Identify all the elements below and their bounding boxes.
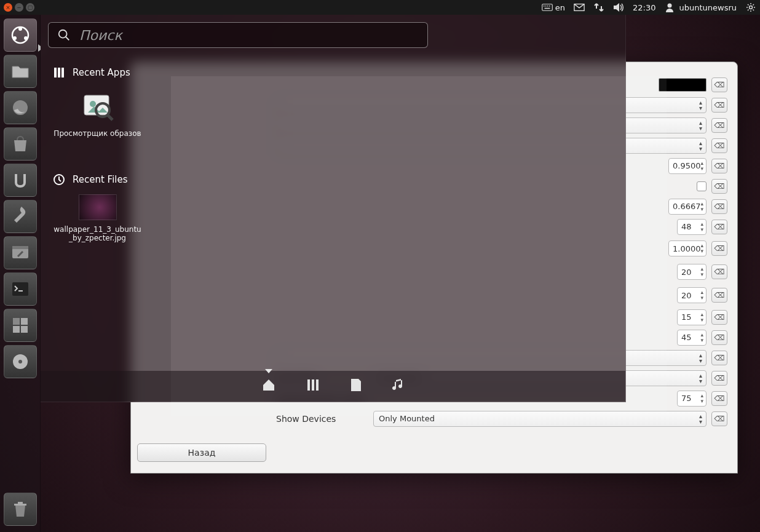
user-icon bbox=[664, 2, 675, 12]
panel-indicators: en 22:30 ubuntunewsru bbox=[542, 2, 756, 12]
terminal-icon bbox=[10, 279, 30, 299]
spin-input[interactable]: 1.0000▴▾ bbox=[668, 240, 707, 256]
svg-point-11 bbox=[13, 36, 17, 40]
launcher-settings[interactable] bbox=[4, 200, 37, 233]
launcher-unity[interactable] bbox=[4, 164, 37, 197]
lens-home[interactable] bbox=[261, 378, 276, 395]
dash: Поиск Recent Apps Просмотрщик образов Re… bbox=[41, 15, 626, 402]
keyboard-indicator[interactable]: en bbox=[542, 2, 565, 12]
app-tile-image-viewer[interactable]: Просмотрщик образов bbox=[53, 87, 142, 138]
close-button[interactable]: × bbox=[4, 3, 12, 12]
lens-applications[interactable] bbox=[306, 378, 320, 395]
reset-button[interactable]: ⌫ bbox=[711, 371, 727, 386]
reset-button[interactable]: ⌫ bbox=[711, 77, 727, 92]
checkbox[interactable] bbox=[697, 181, 707, 191]
spin-input[interactable]: 15▴▾ bbox=[677, 309, 707, 325]
launcher-software-center[interactable] bbox=[4, 127, 37, 161]
mail-icon[interactable] bbox=[574, 2, 585, 12]
volume-icon[interactable] bbox=[613, 2, 624, 12]
svg-rect-0 bbox=[542, 4, 552, 11]
workspace-icon bbox=[10, 316, 30, 335]
recent-apps-header: Recent Apps bbox=[53, 66, 142, 79]
svg-rect-20 bbox=[21, 326, 28, 333]
reset-button[interactable]: ⌫ bbox=[711, 288, 727, 303]
svg-rect-34 bbox=[312, 379, 314, 391]
svg-rect-35 bbox=[316, 379, 319, 391]
music-icon bbox=[392, 378, 405, 392]
search-placeholder: Поиск bbox=[79, 28, 122, 43]
reset-button[interactable]: ⌫ bbox=[711, 118, 727, 133]
reset-button[interactable]: ⌫ bbox=[711, 179, 727, 194]
spin-input[interactable]: 48▴▾ bbox=[677, 219, 707, 235]
reset-button[interactable]: ⌫ bbox=[711, 159, 727, 173]
disc-icon bbox=[10, 352, 30, 371]
svg-rect-5 bbox=[544, 8, 550, 9]
window-controls: × − ▢ bbox=[4, 3, 34, 12]
reset-button[interactable]: ⌫ bbox=[711, 199, 727, 214]
recent-apps-section: Recent Apps Просмотрщик образов bbox=[53, 66, 142, 138]
svg-rect-4 bbox=[549, 6, 550, 7]
spin-input[interactable]: 20▴▾ bbox=[677, 287, 707, 303]
file-icon bbox=[350, 378, 362, 392]
reset-button[interactable]: ⌫ bbox=[711, 351, 727, 365]
gear-icon[interactable] bbox=[745, 2, 756, 12]
clock[interactable]: 22:30 bbox=[633, 3, 655, 12]
maximize-button[interactable]: ▢ bbox=[26, 3, 34, 12]
user-indicator[interactable]: ubuntunewsru bbox=[664, 2, 737, 12]
minimize-button[interactable]: − bbox=[15, 3, 23, 12]
spin-input[interactable]: 0.6667▴▾ bbox=[668, 199, 707, 215]
dash-search[interactable]: Поиск bbox=[48, 22, 428, 48]
reset-button[interactable]: ⌫ bbox=[711, 264, 727, 279]
launcher-sys-settings[interactable] bbox=[4, 236, 37, 269]
reset-button[interactable]: ⌫ bbox=[711, 411, 727, 426]
reset-button[interactable]: ⌫ bbox=[711, 138, 727, 153]
search-icon bbox=[57, 28, 71, 42]
file-thumbnail bbox=[79, 194, 117, 220]
reset-button[interactable]: ⌫ bbox=[711, 330, 727, 345]
svg-point-30 bbox=[90, 101, 96, 107]
lens-bar bbox=[41, 371, 625, 402]
top-panel: × − ▢ en 22:30 ubuntunewsru bbox=[0, 0, 760, 15]
launcher-files[interactable] bbox=[4, 55, 37, 88]
spin-input[interactable]: 45▴▾ bbox=[677, 330, 707, 346]
recent-files-section: Recent Files wallpaper_11_3_ubuntu_by_zp… bbox=[53, 173, 142, 242]
color-swatch[interactable] bbox=[659, 78, 707, 92]
back-button[interactable]: Назад bbox=[137, 443, 266, 462]
reset-button[interactable]: ⌫ bbox=[711, 391, 727, 406]
launcher-workspace[interactable] bbox=[4, 309, 37, 342]
svg-point-10 bbox=[18, 27, 22, 31]
reset-button[interactable]: ⌫ bbox=[711, 241, 727, 256]
launcher-trash[interactable] bbox=[4, 493, 37, 526]
svg-point-8 bbox=[750, 6, 753, 9]
window-wrench-icon bbox=[10, 243, 30, 263]
lens-files[interactable] bbox=[350, 378, 362, 395]
svg-point-12 bbox=[24, 36, 28, 40]
home-icon bbox=[261, 378, 276, 392]
reset-button[interactable]: ⌫ bbox=[711, 98, 727, 113]
svg-rect-3 bbox=[547, 6, 548, 7]
launcher-firefox[interactable] bbox=[4, 91, 37, 124]
apps-icon bbox=[306, 378, 320, 392]
svg-point-25 bbox=[59, 30, 67, 38]
letter-u-icon bbox=[10, 170, 30, 190]
network-icon[interactable] bbox=[593, 2, 604, 12]
keyboard-icon bbox=[542, 2, 553, 12]
svg-rect-17 bbox=[13, 318, 20, 325]
svg-rect-33 bbox=[307, 379, 310, 391]
launcher-terminal[interactable] bbox=[4, 272, 37, 306]
select-show-devices[interactable]: Only Mounted▴▾ bbox=[373, 411, 707, 427]
reset-button[interactable]: ⌫ bbox=[711, 220, 727, 234]
spin-automaximize[interactable]: 75▴▾ bbox=[677, 391, 707, 407]
spin-input[interactable]: 20▴▾ bbox=[677, 264, 707, 280]
svg-rect-1 bbox=[544, 6, 545, 7]
dash-button[interactable] bbox=[4, 18, 37, 52]
ubuntu-logo-icon bbox=[10, 25, 30, 45]
bag-icon bbox=[10, 134, 30, 154]
lens-music[interactable] bbox=[392, 378, 405, 395]
launcher-disc[interactable] bbox=[4, 345, 37, 378]
svg-rect-19 bbox=[13, 326, 20, 333]
reset-button[interactable]: ⌫ bbox=[711, 310, 727, 325]
spin-input[interactable]: 0.9500▴▾ bbox=[668, 158, 707, 174]
file-tile-wallpaper[interactable]: wallpaper_11_3_ubuntu_by_zpecter.jpg bbox=[53, 194, 142, 242]
svg-point-22 bbox=[18, 360, 22, 363]
